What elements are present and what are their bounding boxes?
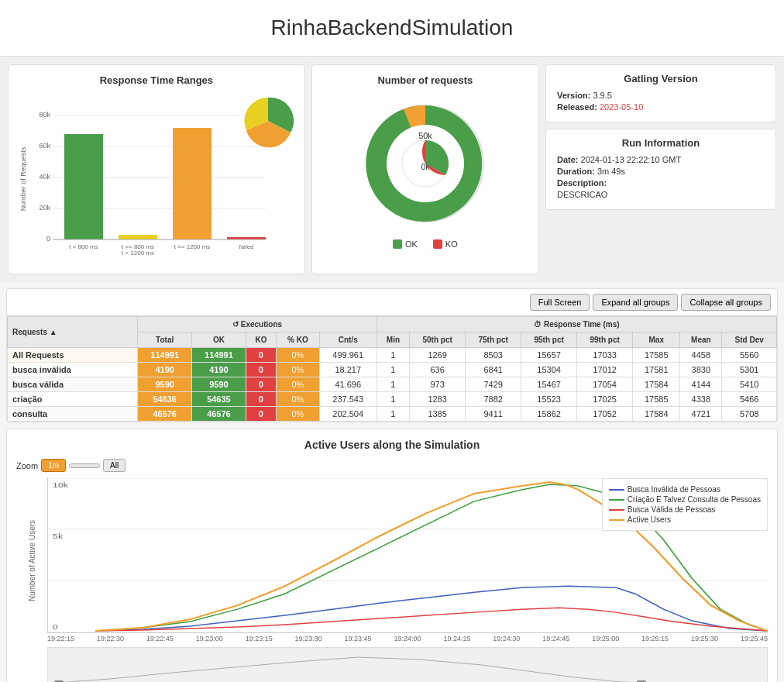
gatling-released-row: Released: 2023-05-10	[557, 102, 765, 112]
time-label-11: 19:25:00	[592, 635, 619, 642]
ko-label: KO	[445, 239, 458, 249]
executions-header: ↺ Executions	[138, 317, 377, 332]
row-pct50: 1269	[410, 348, 466, 363]
row-pct95: 15467	[521, 377, 577, 392]
svg-text:20k: 20k	[39, 204, 50, 212]
row-name: criação	[8, 392, 138, 407]
criacao-label: Criação E Talvez Consulta de Pessoas	[628, 495, 761, 504]
zoom-1m-button[interactable]: 1m	[41, 459, 66, 472]
row-pct50: 1385	[410, 407, 466, 422]
scrollbar-area[interactable]: 19:22:30 19:23:00 19:23:30 19:24:00 19:2…	[47, 647, 768, 682]
response-time-card: Response Time Ranges Number of Requests …	[8, 64, 305, 274]
row-pct95: 15862	[521, 407, 577, 422]
response-pie-chart	[241, 94, 295, 150]
table-row: consulta 46576 46576 0 0% 202.504 1 1385…	[8, 407, 777, 422]
requests-title: Number of requests	[322, 74, 529, 86]
row-std-dev: 5560	[722, 348, 777, 363]
svg-text:Number of Requests: Number of Requests	[19, 146, 27, 211]
row-pct50: 973	[410, 377, 466, 392]
mean-header: Mean	[680, 332, 722, 348]
bar-orange	[173, 128, 211, 239]
row-min: 1	[377, 377, 409, 392]
busca-valida-label: Busca Válida de Pessoas	[628, 505, 715, 514]
collapse-all-button[interactable]: Collapse all groups	[681, 294, 771, 311]
time-label-14: 19:25:45	[741, 635, 768, 642]
row-total: 9590	[138, 377, 192, 392]
row-ok: 114991	[192, 348, 246, 363]
row-pct50: 636	[410, 363, 466, 377]
active-users-title: Active Users along the Simulation	[16, 439, 768, 451]
released-value: 2023-05-10	[600, 102, 643, 112]
row-ok: 4190	[192, 363, 246, 377]
row-name: busca válida	[8, 377, 138, 392]
table-row: busca válida 9590 9590 0 0% 41.696 1 973…	[8, 377, 777, 392]
run-duration-row: Duration: 3m 49s	[557, 167, 765, 176]
donut-svg: 50k 0k	[348, 94, 503, 233]
page-title: RinhaBackendSimulation	[0, 0, 784, 57]
row-std-dev: 5466	[722, 392, 777, 407]
gatling-version-row: Version: 3.9.5	[557, 91, 765, 100]
max-header: Max	[633, 332, 680, 348]
row-std-dev: 5410	[722, 377, 777, 392]
row-min: 1	[377, 407, 409, 422]
response-time-header: ⏱ Response Time (ms)	[377, 317, 776, 332]
line-chart-legend: Busca Inválida de Pessoas Criação E Talv…	[602, 478, 768, 531]
stats-toolbar: Full Screen Expand all groups Collapse a…	[7, 289, 777, 316]
row-ko: 0	[246, 348, 276, 363]
time-label-8: 19:24:15	[443, 635, 470, 642]
cnt-s-header: Cnt/s	[319, 332, 377, 348]
legend-criacao: Criação E Talvez Consulta de Pessoas	[609, 495, 761, 504]
legend-active-users: Active Users	[609, 515, 761, 524]
row-min: 1	[377, 392, 409, 407]
row-ok: 9590	[192, 377, 246, 392]
zoom-all-button[interactable]: All	[103, 459, 126, 472]
svg-text:failed: failed	[239, 243, 253, 250]
row-mean: 4458	[680, 348, 722, 363]
row-pct75: 7882	[466, 392, 521, 407]
row-max: 17584	[633, 407, 680, 422]
time-label-5: 19:23:30	[295, 635, 322, 642]
row-max: 17585	[633, 348, 680, 363]
svg-text:50k: 50k	[418, 131, 432, 140]
expand-all-button[interactable]: Expand all groups	[593, 294, 678, 311]
info-cards: Gatling Version Version: 3.9.5 Released:…	[545, 64, 776, 274]
row-pct-ko: 0%	[277, 392, 320, 407]
row-cnt-s: 41.696	[319, 377, 377, 392]
active-users-label: Active Users	[628, 515, 671, 524]
full-screen-button[interactable]: Full Screen	[530, 294, 590, 311]
row-ko: 0	[246, 363, 276, 377]
row-total: 114991	[138, 348, 192, 363]
row-ko: 0	[246, 407, 276, 422]
response-time-bar-chart: Number of Requests 80k 60k 40k 20k 0	[18, 94, 295, 264]
row-pct99: 17012	[577, 363, 633, 377]
row-min: 1	[377, 363, 409, 377]
row-std-dev: 5301	[722, 363, 777, 377]
row-pct-ko: 0%	[277, 377, 320, 392]
row-mean: 4338	[680, 392, 722, 407]
active-users-color	[609, 519, 624, 521]
x-time-labels: 19:22:15 19:22:30 19:22:45 19:23:00 19:2…	[47, 633, 768, 644]
stats-section: Full Screen Expand all groups Collapse a…	[6, 288, 778, 422]
row-pct95: 15523	[521, 392, 577, 407]
criacao-color	[609, 499, 624, 501]
requests-card: Number of requests 50k 0k	[311, 64, 539, 274]
time-label-10: 19:24:45	[542, 635, 569, 642]
run-info-title: Run Information	[557, 137, 765, 149]
busca-invalida-color	[609, 489, 624, 491]
pct95-header: 95th pct	[521, 332, 577, 348]
duration-label: Duration:	[557, 167, 595, 176]
row-pct-ko: 0%	[277, 407, 320, 422]
donut-chart-area: 50k 0k	[322, 94, 529, 233]
total-header: Total	[138, 332, 192, 348]
pct50-header: 50th pct	[410, 332, 466, 348]
pct-ko-header: % KO	[277, 332, 320, 348]
zoom-spacer-button[interactable]	[69, 463, 100, 468]
row-total: 4190	[138, 363, 192, 377]
time-label-4: 19:23:15	[246, 635, 273, 642]
row-max: 17585	[633, 392, 680, 407]
row-ok: 54635	[192, 392, 246, 407]
svg-text:10k: 10k	[53, 480, 68, 489]
row-mean: 4144	[680, 377, 722, 392]
blue-line	[95, 586, 768, 631]
svg-text:t < 1200 ms: t < 1200 ms	[122, 250, 154, 257]
